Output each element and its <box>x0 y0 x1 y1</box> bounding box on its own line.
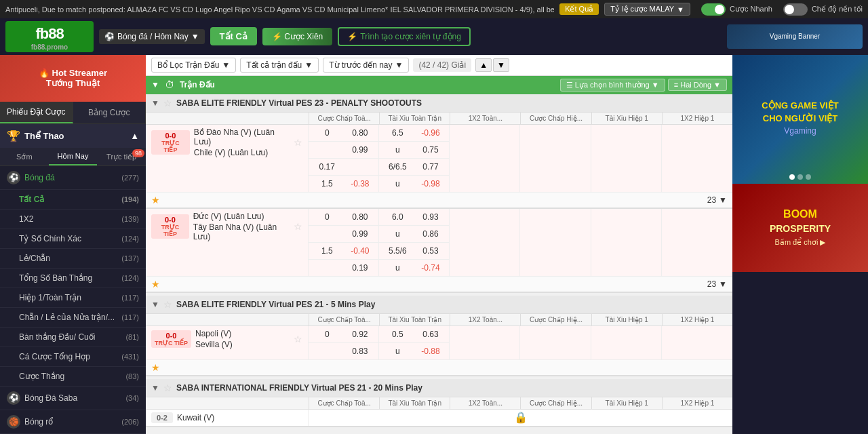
match3-footer-star[interactable]: ★ <box>151 362 160 373</box>
match2-footer-star[interactable]: ★ <box>151 279 160 290</box>
sidebar-item-lechan[interactable]: Lẻ/Chẵn (137) <box>0 249 146 269</box>
odds-cell[interactable]: 0.77 <box>415 161 447 173</box>
odds-twoline-button[interactable]: ≡ Hai Dòng ▼ <box>668 79 727 91</box>
sidebar-item-cuocthang[interactable]: Cược Thắng (83) <box>0 367 146 387</box>
odds-cell[interactable]: 5.5/6 <box>382 245 414 257</box>
bet-table-tab[interactable]: Bảng Cược <box>73 102 146 123</box>
result-button[interactable]: Kết Quả <box>559 3 599 15</box>
odds-cell[interactable]: 0.17 <box>311 161 343 173</box>
match1-more-button[interactable]: 23 ▼ <box>707 195 727 205</box>
odds-cell[interactable]: -0.38 <box>344 178 376 190</box>
right-banner-1[interactable]: CỘNG GAME VIỆT CHO NGƯỜI VIỆT Vgaming <box>732 55 868 184</box>
tab-soon[interactable]: Sớm <box>0 148 49 165</box>
match1-footer-star[interactable]: ★ <box>151 195 160 205</box>
sports-section-header[interactable]: 🏆 Thể Thao ▲ <box>0 124 146 148</box>
odds-cell[interactable] <box>311 228 343 240</box>
odds-cell[interactable]: u <box>382 228 414 240</box>
sidebar-item-tatca[interactable]: Tất Cả (194) <box>0 190 146 210</box>
group1-star-button[interactable]: ☆ <box>163 98 172 108</box>
odds-cell[interactable]: 0.80 <box>344 211 376 223</box>
odds-cell[interactable]: 0.92 <box>344 328 376 340</box>
sidebar-item-bongda[interactable]: ⚽ Bóng đá (277) <box>0 166 146 190</box>
sidebar-item-hiep1[interactable]: Hiệp 1/Toàn Trận (117) <box>0 288 146 308</box>
odds-normal-button[interactable]: ☰ Lựa chọn bình thường ▼ <box>560 79 665 92</box>
odds-cell[interactable] <box>311 144 343 156</box>
sidebar-item-bongda-saba[interactable]: ⚽ Bóng Đá Saba (34) <box>0 387 146 410</box>
group2-star-button[interactable]: ☆ <box>163 299 172 310</box>
odds-cell[interactable]: 6.5 <box>382 127 414 139</box>
odds-cell[interactable] <box>344 161 376 173</box>
odds-cell[interactable]: 0 <box>311 211 343 223</box>
odds-cell[interactable]: -0.98 <box>415 178 447 190</box>
match1-star-button[interactable]: ☆ <box>294 137 302 148</box>
tab-live[interactable]: Trực tiếp 98 <box>97 148 146 165</box>
odds-cell[interactable]: -0.88 <box>415 345 447 357</box>
odds-cell[interactable]: 0.80 <box>344 127 376 139</box>
odds-cell[interactable]: 1.5 <box>311 178 343 190</box>
group1-collapse-button[interactable]: ▼ <box>151 98 159 108</box>
dark-mode-toggle[interactable] <box>783 3 808 16</box>
match1-odds3 <box>450 125 520 192</box>
filter-time-select[interactable]: Từ trước đến nay ▼ <box>323 58 409 73</box>
sidebar-item-chanle[interactable]: Chẵn / Lẻ của Nửa trận/... (117) <box>0 308 146 328</box>
odds-cell[interactable]: 0.83 <box>344 345 376 357</box>
sidebar-item-cacuoc[interactable]: Cá Cược Tổng Hợp (431) <box>0 347 146 367</box>
main-header: fb88 fb88.promo ⚽ Bóng đá / Hôm Nay ▼ Tấ… <box>0 18 868 55</box>
odds-cell[interactable] <box>311 262 343 274</box>
sidebar-item-tongso[interactable]: Tổng Số Bàn Thắng (124) <box>0 269 146 288</box>
main-content: Bổ Lọc Trận Đấu ▼ Tất cả trận đấu ▼ Từ t… <box>146 55 732 434</box>
odds-cell[interactable]: 0.5 <box>382 328 414 340</box>
nav-down-button[interactable]: ▼ <box>493 58 509 72</box>
match2-odds5 <box>591 209 662 276</box>
quick-bet-toggle[interactable] <box>701 3 726 16</box>
nav-up-button[interactable]: ▲ <box>475 58 492 72</box>
match2-more-button[interactable]: 23 ▼ <box>707 279 727 289</box>
odds-cell[interactable] <box>311 345 343 357</box>
filter-all-matches-select[interactable]: Tất cả trận đấu ▼ <box>240 58 319 73</box>
sport-selector-button[interactable]: ⚽ Bóng đá / Hôm Nay ▼ <box>99 29 205 44</box>
odds-cell[interactable]: u <box>382 144 414 156</box>
odds-cell[interactable]: 0.75 <box>415 144 447 156</box>
odds-cell[interactable]: 1.5 <box>311 245 343 257</box>
odds-cell[interactable]: u <box>382 178 414 190</box>
group3-star-button[interactable]: ☆ <box>163 382 172 393</box>
odds-cell[interactable]: 0.63 <box>415 328 447 340</box>
odds-cell[interactable]: 6.0 <box>382 211 414 223</box>
match4-score: 0-2 <box>151 412 173 423</box>
all-tab-button[interactable]: Tất Cả <box>210 27 257 45</box>
odds-cell[interactable]: 0.19 <box>344 262 376 274</box>
group2-collapse-button[interactable]: ▼ <box>151 300 159 309</box>
match2-odds4 <box>520 209 591 276</box>
match-group-header-2: ▼ ☆ SABA ELITE FRIENDLY Virtual PES 21 -… <box>146 296 732 314</box>
sidebar-item-banthangs[interactable]: Bàn thắng Đầu/ Cuối (81) <box>0 328 146 347</box>
sidebar-item-bongro[interactable]: 🏀 Bóng rổ (206) <box>0 410 146 434</box>
odds-cell[interactable]: u <box>382 262 414 274</box>
parlay-button[interactable]: ⚡ Cược Xiên <box>262 28 332 45</box>
odds-cell[interactable]: -0.74 <box>415 262 447 274</box>
odds-cell[interactable]: -0.40 <box>344 245 376 257</box>
odds-cell[interactable]: 0.53 <box>415 245 447 257</box>
match2-star-button[interactable]: ☆ <box>294 221 302 232</box>
create-parlay-button[interactable]: ⚡ Trình tạo cược xiên tự động <box>338 27 471 46</box>
odds-cell[interactable]: 6/6.5 <box>382 161 414 173</box>
odds-cell[interactable]: 0 <box>311 328 343 340</box>
odds-cell[interactable]: 0 <box>311 127 343 139</box>
odds-cell[interactable]: -0.96 <box>415 127 447 139</box>
odds-type-button[interactable]: Tỷ lệ cược MALAY ▼ <box>604 3 690 16</box>
odds-cell[interactable]: 0.99 <box>344 228 376 240</box>
tab-today[interactable]: Hôm Nay <box>49 148 98 165</box>
global-collapse-button[interactable]: ▼ <box>151 80 159 90</box>
bet-slip-tab[interactable]: Phiếu Đặt Cược <box>0 102 73 123</box>
match3-star-button[interactable]: ☆ <box>294 334 302 344</box>
match3-odds5 <box>591 326 662 359</box>
filter-transdau-select[interactable]: Bổ Lọc Trận Đấu ▼ <box>151 58 236 73</box>
sidebar-item-tychinhxac[interactable]: Tỷ Số Chính Xác (124) <box>0 229 146 249</box>
quick-bet-toggle-group: Cược Nhanh <box>701 3 772 16</box>
odds-cell[interactable]: 0.93 <box>415 211 447 223</box>
odds-cell[interactable]: u <box>382 345 414 357</box>
group3-collapse-button[interactable]: ▼ <box>151 383 159 393</box>
right-banner-2[interactable]: BOOM PROSPERITY Bấm để chơi ▶ <box>732 184 868 272</box>
odds-cell[interactable]: 0.86 <box>415 228 447 240</box>
sidebar-item-1x2[interactable]: 1X2 (139) <box>0 210 146 229</box>
odds-cell[interactable]: 0.99 <box>344 144 376 156</box>
